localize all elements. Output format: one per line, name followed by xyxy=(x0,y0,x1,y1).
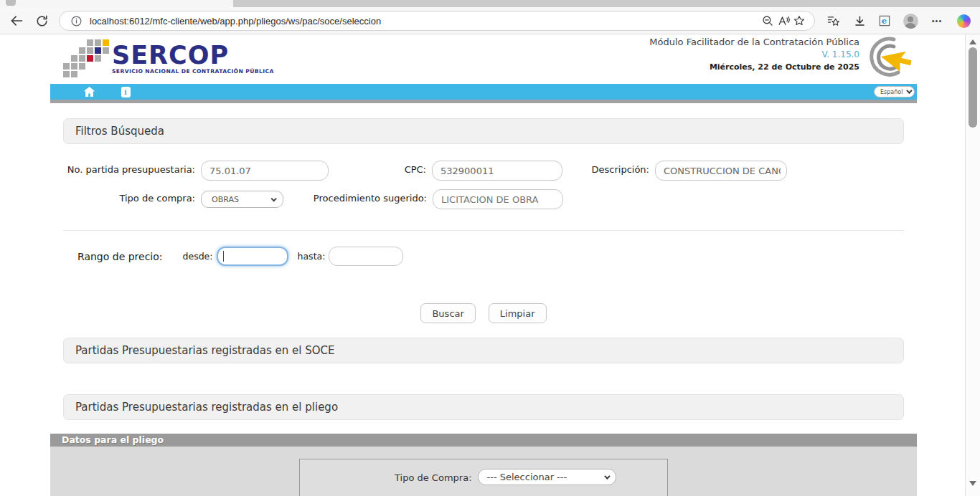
download-icon[interactable] xyxy=(852,13,867,29)
rango-label: Rango de precio: xyxy=(77,251,163,262)
browser-tabstrip xyxy=(0,0,980,7)
bottom-tipo-compra-select[interactable]: --- Seleccionar --- xyxy=(478,469,616,485)
app-title: Módulo Facilitador de la Contratación Pú… xyxy=(649,37,859,47)
hasta-label: hasta: xyxy=(298,251,326,262)
scroll-up-arrow[interactable] xyxy=(969,39,976,44)
bottom-tipo-compra-label: Tipo de Compra: xyxy=(395,469,472,496)
limpiar-button[interactable]: Limpiar xyxy=(489,303,547,323)
descripcion-label: Descripción: xyxy=(562,161,649,181)
filters-row-1: No. partida presupuestaria: CPC: Descrip… xyxy=(63,161,904,181)
filters-section-header: Filtros Búsqueda xyxy=(63,118,904,144)
hasta-input[interactable] xyxy=(329,247,403,266)
scroll-down-arrow[interactable] xyxy=(969,481,976,486)
page-scrollbar[interactable] xyxy=(965,34,980,496)
active-tab[interactable] xyxy=(0,0,233,7)
date-label: Miércoles, 22 de Octubre de 2025 xyxy=(649,62,859,72)
svg-text:e: e xyxy=(882,16,887,26)
site-header: SERCOP SERVICIO NACIONAL DE CONTRATACIÓN… xyxy=(50,34,917,81)
language-value: Español xyxy=(880,89,903,95)
browser-window: localhost:6012/mfc-cliente/web/app.php/p… xyxy=(0,0,980,496)
rango-precio-row: Rango de precio: desde: hasta: xyxy=(63,230,904,272)
text-caret xyxy=(223,251,224,262)
main-navbar: i Español xyxy=(50,84,917,100)
procedimiento-label: Procedimiento sugerido: xyxy=(283,189,427,209)
chevron-down-icon xyxy=(906,87,912,93)
partida-input[interactable] xyxy=(201,161,329,181)
logo-title: SERCOP xyxy=(112,43,274,67)
sercop-pixel-mark xyxy=(63,39,108,78)
favorite-star-icon[interactable] xyxy=(791,13,807,29)
zoom-out-icon[interactable] xyxy=(760,13,776,29)
cursor-arcs-logo xyxy=(857,35,920,78)
datos-pliego-box: Tipo de Compra: --- Seleccionar --- xyxy=(299,459,668,496)
language-select[interactable]: Español xyxy=(874,86,915,97)
bottom-tipo-compra-value: --- Seleccionar --- xyxy=(487,472,567,482)
pliego-section-header: Partidas Presupuestarias registradas en … xyxy=(63,394,904,420)
back-icon[interactable] xyxy=(9,13,24,29)
procedimiento-input[interactable] xyxy=(433,189,563,209)
read-aloud-icon[interactable] xyxy=(776,13,791,29)
collections-icon[interactable] xyxy=(825,13,841,29)
buscar-button[interactable]: Buscar xyxy=(420,303,475,323)
browser-toolbar: localhost:6012/mfc-cliente/web/app.php/p… xyxy=(0,7,980,34)
chevron-down-icon xyxy=(604,473,610,479)
profile-avatar[interactable] xyxy=(903,13,918,29)
partida-label: No. partida presupuestaria: xyxy=(63,161,195,181)
tipo-compra-select[interactable]: OBRAS xyxy=(201,191,283,208)
cpc-input[interactable] xyxy=(432,161,562,181)
soce-section-header: Partidas Presupuestarias registradas en … xyxy=(63,338,904,363)
refresh-icon[interactable] xyxy=(34,13,50,29)
descripcion-input[interactable] xyxy=(655,161,787,181)
desde-label: desde: xyxy=(183,251,213,262)
filters-buttons: Buscar Limpiar xyxy=(50,303,917,323)
tipo-compra-label: Tipo de compra: xyxy=(63,189,195,209)
url-text[interactable]: localhost:6012/mfc-cliente/web/app.php/p… xyxy=(90,16,760,27)
cpc-label: CPC: xyxy=(329,161,426,181)
gray-divider-bar xyxy=(50,100,917,103)
chevron-down-icon xyxy=(270,196,276,201)
site-info-icon[interactable] xyxy=(68,13,84,29)
home-icon[interactable] xyxy=(82,85,96,98)
scrollbar-thumb[interactable] xyxy=(969,47,977,128)
datos-pliego-area: Tipo de Compra: --- Seleccionar --- xyxy=(50,447,917,496)
info-icon[interactable]: i xyxy=(118,85,133,98)
filters-row-2: Tipo de compra: OBRAS Procedimiento suge… xyxy=(63,189,904,209)
tipo-compra-value: OBRAS xyxy=(212,195,239,204)
logo-subtitle: SERVICIO NACIONAL DE CONTRATACIÓN PÚBLIC… xyxy=(112,68,274,75)
page-viewport: SERCOP SERVICIO NACIONAL DE CONTRATACIÓN… xyxy=(0,34,965,496)
url-bar[interactable]: localhost:6012/mfc-cliente/web/app.php/p… xyxy=(59,11,815,31)
ie-mode-icon[interactable]: e xyxy=(877,13,892,29)
tab-stub[interactable] xyxy=(6,0,16,6)
more-menu-icon[interactable]: ••• xyxy=(929,13,945,29)
copilot-icon[interactable] xyxy=(956,13,971,29)
sercop-logo: SERCOP SERVICIO NACIONAL DE CONTRATACIÓN… xyxy=(63,39,274,78)
version-label[interactable]: V. 1.15.0 xyxy=(649,49,859,59)
desde-input[interactable] xyxy=(217,247,288,266)
datos-pliego-bar: Datos para el pliego xyxy=(50,434,917,447)
